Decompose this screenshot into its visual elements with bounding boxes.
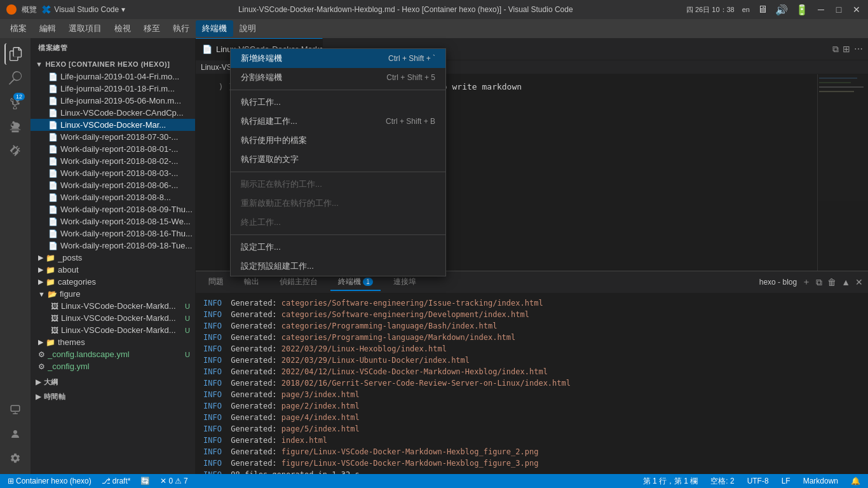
file-icon: 📄 (48, 193, 58, 202)
menu-run[interactable]: 執行 (166, 20, 196, 37)
run-debug-icon[interactable] (4, 116, 26, 137)
folder-about[interactable]: ▶ 📁 about (31, 264, 195, 276)
source-control-icon[interactable]: 12 (4, 92, 26, 113)
config-yml[interactable]: ⚙ _config.yml (31, 360, 195, 372)
file-label: Work-daily-report-2018-07-30-... (60, 132, 178, 142)
search-icon[interactable] (4, 67, 26, 89)
folder-posts[interactable]: ▶ 📁 _posts (31, 252, 195, 264)
feedback-button[interactable]: 🔔 (848, 477, 863, 485)
maximize-button[interactable]: □ (834, 4, 844, 15)
file-label: Work-daily-report-2018-08-06-... (60, 180, 178, 190)
file-label: Life-journal-2019-05-06-Mon.m... (60, 96, 181, 105)
close-panel-icon[interactable]: ✕ (855, 277, 863, 287)
tab-icon: 📄 (202, 44, 212, 54)
maximize-panel-icon[interactable]: ▲ (841, 277, 850, 287)
file-3[interactable]: 📄 Life-journal-2019-05-06-Mon.m... (31, 95, 195, 107)
statusbar-left: ⊞ Container hexo (hexo) ⎇ draft* 🔄 ✕ 0 ⚠… (5, 477, 191, 485)
file-6[interactable]: 📄 Work-daily-report-2018-07-30-... (31, 131, 195, 143)
indent-status[interactable]: 空格: 2 (708, 476, 736, 487)
file-label: Work-daily-report-2018-08-15-We... (60, 217, 191, 226)
new-terminal-shortcut: Ctrl + Shift + ` (388, 54, 435, 63)
file-7[interactable]: 📄 Work-daily-report-2018-08-01-... (31, 143, 195, 155)
term-line-2: INFO Generated: categories/Software-engi… (203, 309, 860, 320)
datetime: 四 26日 10：38 (686, 5, 735, 15)
file-2[interactable]: 📄 Life-journal-2019-01-18-Fri.m... (31, 83, 195, 95)
file-icon: 📄 (48, 109, 58, 118)
folder-figure[interactable]: ▼ 📂 figure (31, 288, 195, 300)
branch-icon: ⎇ (102, 477, 111, 485)
menu-select[interactable]: 選取項目 (62, 20, 108, 37)
figure-child-2[interactable]: 🖼 Linux-VSCode-Docker-Markd... U (31, 312, 195, 324)
file-8[interactable]: 📄 Work-daily-report-2018-08-02-... (31, 155, 195, 167)
layout-icon[interactable]: ⊞ (843, 44, 850, 54)
new-terminal-icon[interactable]: ＋ (802, 276, 811, 288)
figure-child-3[interactable]: 🖼 Linux-VSCode-Docker-Markd... U (31, 324, 195, 336)
menu-run-active-file[interactable]: 執行使用中的檔案 (231, 131, 445, 150)
menu-split-terminal[interactable]: 分割終端機 Ctrl + Shift + 5 (231, 68, 445, 87)
settings-icon[interactable] (4, 447, 26, 469)
file-13[interactable]: 📄 Work-daily-report-2018-08-15-We... (31, 215, 195, 227)
branch-status[interactable]: ⎇ draft* (99, 477, 133, 485)
split-editor-icon[interactable]: ⧉ (832, 44, 839, 55)
menu-configure-default-build[interactable]: 設定預設組建工作... (231, 257, 445, 276)
menu-new-terminal[interactable]: 新增終端機 Ctrl + Shift + ` (231, 49, 445, 68)
menu-terminal[interactable]: 終端機 (196, 20, 233, 37)
menu-help[interactable]: 說明 (233, 20, 262, 37)
file-12[interactable]: 📄 Work-daily-report-2018-08-09-Thu... (31, 203, 195, 215)
image-icon: 🖼 (51, 302, 58, 311)
restart-running-label: 重新啟動正在執行的工作... (241, 198, 339, 209)
file-4[interactable]: 📄 Linux-VSCode-Docker-CAndCp... (31, 107, 195, 119)
extensions-icon[interactable] (4, 140, 26, 161)
statusbar: ⊞ Container hexo (hexo) ⎇ draft* 🔄 ✕ 0 ⚠… (0, 474, 868, 488)
menu-configure-tasks[interactable]: 設定工作... (231, 238, 445, 257)
line-ending-status[interactable]: LF (779, 477, 793, 485)
file-label: _config.landscape.yml (48, 349, 130, 359)
file-label: Work-daily-report-2018-08-02-... (60, 156, 178, 166)
term-line-5: INFO Generated: 2022/03/29/Linux-Hexoblo… (203, 343, 860, 355)
menu-run-task[interactable]: 執行工作... (231, 93, 445, 112)
menu-goto[interactable]: 移至 (137, 20, 166, 37)
timeline-section[interactable]: ▶時間軸 (31, 390, 195, 404)
account-icon[interactable] (4, 423, 26, 445)
language-status[interactable]: Markdown (801, 477, 841, 485)
outline-section[interactable]: ▶大綱 (31, 375, 195, 390)
menu-run-build-task[interactable]: 執行組建工作... Ctrl + Shift + B (231, 112, 445, 131)
workspace-section[interactable]: ▼ HEXO [CONTAINER HEXO (HEXO)] (31, 58, 195, 71)
explorer-icon[interactable] (4, 43, 26, 65)
encoding-status[interactable]: UTF-8 (745, 477, 771, 485)
file-11[interactable]: 📄 Work-daily-report-2018-08-8... (31, 191, 195, 203)
file-label: Work-daily-report-2018-08-03-... (60, 168, 178, 178)
file-10[interactable]: 📄 Work-daily-report-2018-08-06-... (31, 179, 195, 191)
terminal-content[interactable]: INFO Generated: categories/Software-engi… (196, 294, 868, 474)
file-5-active[interactable]: 📄 Linux-VSCode-Docker-Mar... (31, 119, 195, 131)
minimize-button[interactable]: ─ (816, 4, 826, 15)
file-9[interactable]: 📄 Work-daily-report-2018-08-03-... (31, 167, 195, 179)
close-button[interactable]: ✕ (851, 4, 862, 15)
folder-themes[interactable]: ▶ 📁 themes (31, 336, 195, 348)
cursor-position[interactable]: 第 1 行，第 1 欄 (641, 476, 701, 487)
errors-status[interactable]: ✕ 0 ⚠ 7 (158, 477, 190, 485)
file-label: Work-daily-report-2018-08-8... (60, 193, 171, 202)
menu-run-selected-text[interactable]: 執行選取的文字 (231, 150, 445, 169)
folder-categories[interactable]: ▶ 📁 categories (31, 276, 195, 288)
file-15[interactable]: 📄 Work-daily-report-2018-09-18-Tue... (31, 240, 195, 252)
terminal-tab-problems[interactable]: 問題 (201, 274, 231, 291)
sync-status[interactable]: 🔄 (138, 477, 153, 485)
menu-edit[interactable]: 編輯 (33, 20, 62, 37)
kill-terminal-icon[interactable]: 🗑 (827, 277, 836, 287)
sidebar-header: 檔案總管 (31, 38, 195, 58)
more-actions-icon[interactable]: ⋯ (854, 44, 863, 54)
file-1[interactable]: 📄 Life-journal-2019-01-04-Fri.mo... (31, 71, 195, 83)
file-tree[interactable]: ▼ HEXO [CONTAINER HEXO (HEXO)] 📄 Life-jo… (31, 58, 195, 474)
config-landscape[interactable]: ⚙ _config.landscape.yml U (31, 348, 195, 360)
svg-rect-0 (11, 405, 20, 411)
minimap (817, 74, 868, 271)
split-terminal-icon[interactable]: ⧉ (816, 277, 822, 288)
menu-file[interactable]: 檔案 (4, 20, 33, 37)
remote-status[interactable]: ⊞ Container hexo (hexo) (5, 477, 94, 485)
menu-view[interactable]: 檢視 (108, 20, 137, 37)
remote-icon[interactable] (4, 399, 26, 421)
file-14[interactable]: 📄 Work-daily-report-2018-08-16-Thu... (31, 227, 195, 240)
figure-child-1[interactable]: 🖼 Linux-VSCode-Docker-Markd... U (31, 300, 195, 312)
app-icon (6, 4, 17, 15)
